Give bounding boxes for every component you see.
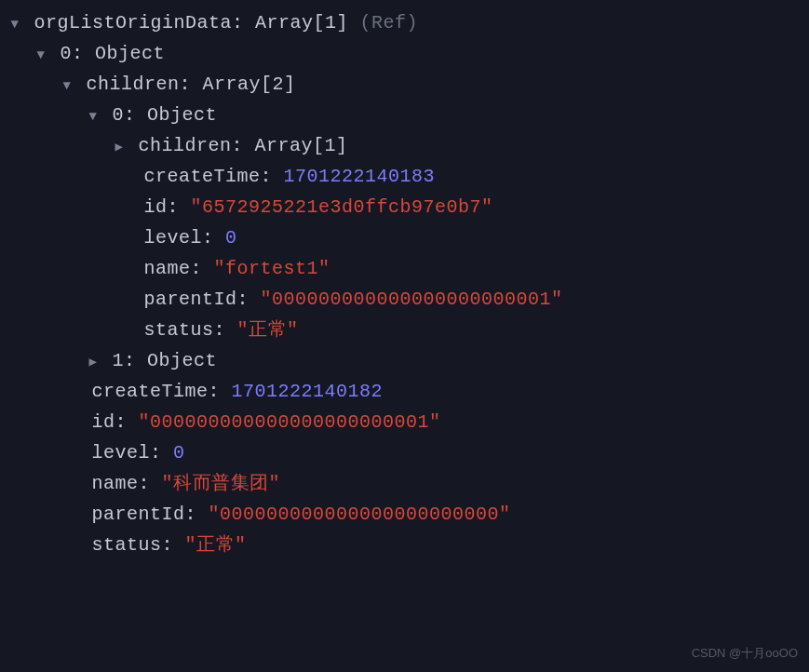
ref-label: (Ref) <box>360 12 419 34</box>
tree-row[interactable]: parentId: "000000000000000000000001" <box>0 284 809 315</box>
colon: : <box>232 12 255 34</box>
colon: : <box>72 43 95 64</box>
property-key: children <box>87 74 180 95</box>
property-value-string: "000000000000000000000001" <box>139 411 441 433</box>
property-key: name <box>92 473 139 494</box>
tree-row[interactable]: status: "正常" <box>0 315 809 345</box>
colon: : <box>162 534 185 556</box>
property-type: Array[1] <box>255 12 348 34</box>
property-key: id <box>92 411 115 433</box>
colon: : <box>214 319 237 341</box>
colon: : <box>202 227 225 249</box>
tree-row[interactable]: 1: Object <box>0 345 809 376</box>
property-type: Object <box>147 104 217 126</box>
expand-arrow-icon[interactable] <box>34 45 48 66</box>
colon: : <box>237 289 261 310</box>
property-value-number: 1701222140182 <box>232 381 384 402</box>
tree-row[interactable]: status: "正常" <box>0 530 809 560</box>
colon: : <box>232 135 255 156</box>
tree-row[interactable]: children: Array[1] <box>0 130 809 161</box>
property-key: id <box>144 196 168 218</box>
colon: : <box>139 473 162 494</box>
colon: : <box>261 166 284 187</box>
property-value-string: "科而普集团" <box>162 473 281 494</box>
property-type: Array[1] <box>255 135 348 156</box>
colon: : <box>124 104 147 126</box>
property-key: createTime <box>144 166 261 187</box>
property-key: parentId <box>144 289 237 310</box>
property-value-string: "6572925221e3d0ffcb97e0b7" <box>191 196 493 218</box>
property-value-string: "000000000000000000000001" <box>261 289 563 310</box>
property-value-string: "正常" <box>237 319 299 341</box>
watermark-text: CSDN @十月ooOO <box>692 643 798 663</box>
colon: : <box>191 258 214 279</box>
property-key: status <box>144 319 214 341</box>
property-key: children <box>139 135 232 156</box>
colon: : <box>209 381 232 402</box>
colon: : <box>150 442 173 464</box>
tree-row-root[interactable]: orgListOriginData: Array[1] (Ref) <box>0 7 809 38</box>
property-type: Array[2] <box>203 74 296 95</box>
property-value-number: 0 <box>225 227 237 249</box>
tree-row[interactable]: level: 0 <box>0 222 809 253</box>
property-key: 0 <box>113 104 125 126</box>
property-type: Object <box>147 350 217 371</box>
property-value-string: "000000000000000000000000" <box>209 504 511 525</box>
collapse-arrow-icon[interactable] <box>112 137 127 158</box>
tree-row[interactable]: id: "000000000000000000000001" <box>0 407 809 437</box>
property-key: orgListOriginData <box>34 12 233 34</box>
tree-row[interactable]: parentId: "000000000000000000000000" <box>0 499 809 530</box>
expand-arrow-icon[interactable] <box>7 14 22 35</box>
colon: : <box>124 350 147 371</box>
property-key: status <box>92 534 162 556</box>
colon: : <box>180 74 203 95</box>
expand-arrow-icon[interactable] <box>60 75 74 97</box>
property-key: 0 <box>61 43 73 64</box>
colon: : <box>115 411 139 433</box>
colon: : <box>168 196 191 218</box>
collapse-arrow-icon[interactable] <box>86 352 101 373</box>
property-value-number: 0 <box>173 442 185 464</box>
tree-row[interactable]: id: "6572925221e3d0ffcb97e0b7" <box>0 192 809 222</box>
expand-arrow-icon[interactable] <box>86 106 101 128</box>
property-value-string: "fortest1" <box>214 258 330 279</box>
property-value-string: "正常" <box>185 534 247 556</box>
property-value-number: 1701222140183 <box>284 166 436 187</box>
tree-row[interactable]: createTime: 1701222140183 <box>0 161 809 192</box>
property-key: level <box>144 227 203 249</box>
property-key: createTime <box>92 381 209 402</box>
tree-row[interactable]: children: Array[2] <box>0 69 809 100</box>
tree-row[interactable]: createTime: 1701222140182 <box>0 376 809 407</box>
tree-row[interactable]: name: "科而普集团" <box>0 468 809 499</box>
property-type: Object <box>95 43 165 64</box>
colon: : <box>185 504 209 525</box>
property-key: level <box>92 442 151 464</box>
tree-row[interactable]: 0: Object <box>0 100 809 130</box>
tree-row[interactable]: 0: Object <box>0 38 809 69</box>
tree-row[interactable]: name: "fortest1" <box>0 253 809 284</box>
property-key: 1 <box>113 350 125 371</box>
tree-row[interactable]: level: 0 <box>0 437 809 468</box>
property-key: name <box>144 258 191 279</box>
property-key: parentId <box>92 504 185 525</box>
